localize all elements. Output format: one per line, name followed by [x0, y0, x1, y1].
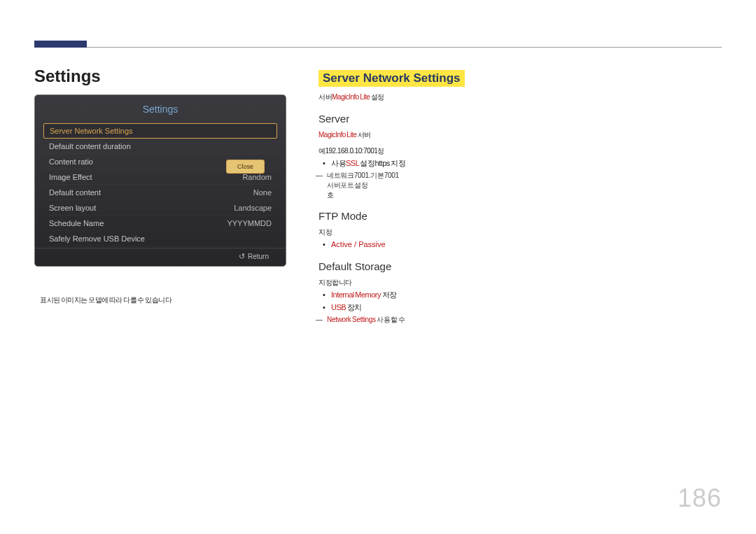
right-column: Server Network Settings 서버MagicInfo Lite… [318, 70, 710, 325]
menu-label: Screen layout [49, 200, 96, 216]
menu-value: None [253, 185, 272, 200]
storage-opt-internal: Internal Memory 저장 [331, 288, 710, 301]
intro-line: 서버MagicInfo Lite 설정 [318, 91, 710, 103]
server-note: 네트워크7001.기본7001 서버포트설정 호 [318, 171, 710, 200]
menu-item-default-content-duration[interactable]: Default content duration [43, 139, 277, 154]
left-footnote: 표시된 이미지는 모델에 따라 다를 수 있습니다 [40, 296, 292, 304]
menu-value: YYYYMMDD [227, 216, 272, 231]
menu-label: Content ratio [49, 154, 93, 169]
menu-label: Server Network Settings [50, 123, 133, 139]
server-line-2: 예192.168.0.10:7001정 [318, 145, 710, 157]
ftp-heading: FTP Mode [318, 210, 710, 222]
menu-item-safely-remove-usb[interactable]: Safely Remove USB Device [43, 231, 277, 246]
storage-line: 지정합니다 [318, 276, 710, 288]
ftp-line: 지정 [318, 226, 710, 238]
tv-panel: Settings Server Network Settings Default… [34, 94, 286, 267]
menu-list: Server Network Settings Default content … [35, 120, 286, 248]
menu-label: Default content duration [49, 139, 131, 154]
storage-note: Network Settings 사용할 수 [318, 315, 710, 325]
page-title: Settings [34, 66, 307, 86]
server-bullet-ssl: 사용SSL 설정https 지정 [331, 157, 710, 169]
ftp-options: Active / Passive [331, 238, 710, 251]
server-line-1: MagicInfo Lite 서버 [318, 129, 710, 141]
menu-value: Landscape [234, 200, 272, 216]
header-rule [34, 47, 722, 48]
storage-opt-usb: USB 장치 [331, 301, 710, 314]
tv-footer: ↺Return [35, 248, 286, 266]
section-heading-highlight: Server Network Settings [318, 70, 465, 87]
menu-item-schedule-name[interactable]: Schedule Name YYYYMMDD [43, 216, 277, 231]
page-number: 186 [678, 484, 722, 513]
menu-item-screen-layout[interactable]: Screen layout Landscape [43, 200, 277, 216]
menu-item-server-network-settings[interactable]: Server Network Settings [43, 123, 277, 139]
left-column: Settings Settings Server Network Setting… [34, 66, 307, 304]
tv-panel-title: Settings [35, 99, 286, 120]
menu-label: Schedule Name [49, 216, 104, 231]
close-button[interactable]: Close [226, 160, 265, 174]
return-label: Return [248, 253, 269, 260]
return-icon: ↺ [239, 252, 245, 261]
server-heading: Server [318, 113, 710, 125]
menu-label: Default content [49, 185, 101, 200]
menu-item-default-content[interactable]: Default content None [43, 185, 277, 200]
header-rule-accent [34, 41, 87, 48]
menu-label: Image Effect [49, 169, 92, 185]
menu-label: Safely Remove USB Device [49, 231, 145, 246]
storage-heading: Default Storage [318, 260, 710, 272]
